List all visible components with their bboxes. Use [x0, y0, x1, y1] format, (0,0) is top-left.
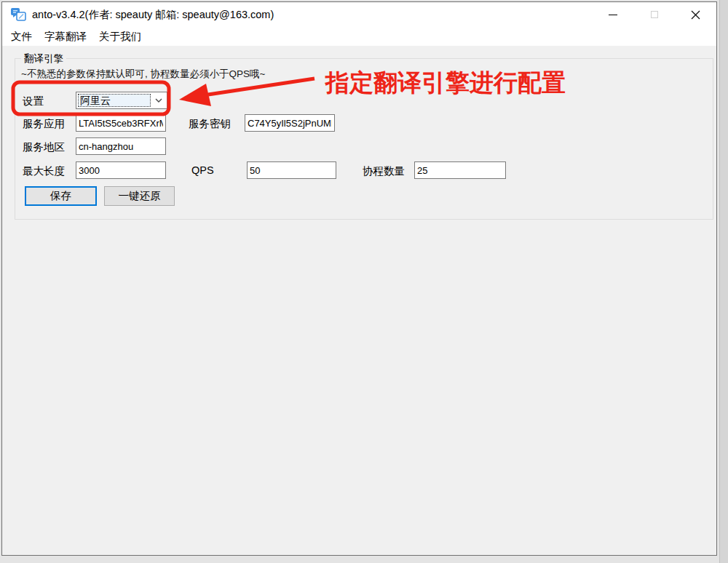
qps-label: QPS [191, 164, 214, 176]
max-length-input[interactable] [76, 161, 166, 179]
menubar: 文件 字幕翻译 关于我们 [2, 27, 716, 46]
service-app-input[interactable] [76, 114, 166, 132]
reset-button[interactable]: 一键还原 [104, 186, 175, 206]
engine-select-value: 阿里云 [78, 94, 151, 107]
chevron-down-icon [155, 98, 162, 103]
app-icon [10, 7, 26, 22]
service-secret-input[interactable] [245, 114, 335, 132]
close-icon [691, 10, 700, 20]
menu-item-subtitle-translate[interactable]: 字幕翻译 [44, 30, 87, 44]
engine-select-dropdown-button[interactable] [151, 92, 167, 108]
window-title: anto-v3.4.2(作者: speauty 邮箱: speauty@163.… [32, 2, 274, 27]
save-button[interactable]: 保存 [25, 186, 97, 206]
groupbox-legend: 翻译引擎 [21, 52, 66, 65]
maximize-button [633, 2, 675, 27]
app-window: anto-v3.4.2(作者: speauty 邮箱: speauty@163.… [1, 1, 717, 556]
service-app-label: 服务应用 [23, 117, 65, 131]
coroutines-label: 协程数量 [363, 164, 405, 178]
content-area: 翻译引擎 ~不熟悉的参数保持默认即可, 协程数量必须小于QPS哦~ 设置 阿里云… [2, 46, 716, 555]
service-region-input[interactable] [76, 137, 166, 155]
service-region-label: 服务地区 [23, 140, 65, 154]
parameter-hint-text: ~不熟悉的参数保持默认即可, 协程数量必须小于QPS哦~ [21, 68, 265, 81]
qps-input[interactable] [247, 161, 336, 179]
menu-item-file[interactable]: 文件 [11, 30, 32, 44]
engine-label: 设置 [23, 95, 44, 108]
minimize-button[interactable] [592, 2, 633, 27]
service-secret-label: 服务密钥 [189, 117, 231, 131]
desktop-background-strip [719, 0, 728, 563]
titlebar: anto-v3.4.2(作者: speauty 邮箱: speauty@163.… [2, 2, 716, 27]
max-length-label: 最大长度 [23, 164, 65, 178]
close-button[interactable] [675, 2, 716, 27]
maximize-icon [651, 11, 658, 18]
translation-engine-groupbox: 翻译引擎 ~不熟悉的参数保持默认即可, 协程数量必须小于QPS哦~ 设置 阿里云… [15, 58, 713, 220]
minimize-icon [609, 15, 617, 15]
engine-select[interactable]: 阿里云 [76, 92, 167, 109]
coroutines-input[interactable] [414, 161, 506, 179]
menu-item-about[interactable]: 关于我们 [99, 30, 141, 44]
